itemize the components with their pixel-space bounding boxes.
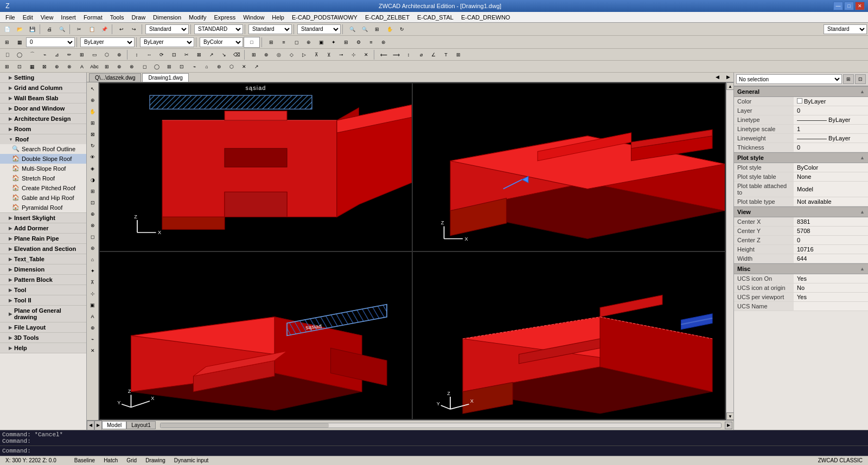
rp-val-plottable[interactable]: None: [794, 172, 868, 182]
tb-arch19[interactable]: ⬡: [226, 61, 238, 72]
tb-modify6[interactable]: ⊠: [193, 49, 205, 60]
tb-modify2[interactable]: ↔: [143, 49, 155, 60]
tb-arch2[interactable]: ⊡: [14, 61, 25, 72]
scroll-up-btn[interactable]: ▲: [726, 82, 733, 90]
rp-section-general-header[interactable]: General ▲: [734, 86, 868, 97]
tb-arch16[interactable]: ⌁: [188, 61, 200, 72]
tb-snap6[interactable]: ⊼: [310, 49, 322, 60]
rp-val-layer[interactable]: 0: [794, 106, 868, 115]
sidebar-group-plane-general-header[interactable]: ▶Plane of General drawing: [0, 306, 86, 322]
li-tool5[interactable]: ⌂: [87, 254, 98, 265]
tb-draw2[interactable]: ◯: [14, 49, 25, 60]
tb-new[interactable]: 📄: [1, 24, 13, 35]
rp-val-plottype[interactable]: Not available: [794, 197, 868, 206]
sidebar-group-text-table-header[interactable]: ▶Text_Table: [0, 254, 86, 264]
li-tool3[interactable]: ◻: [87, 231, 98, 242]
rp-val-ucsperviewport[interactable]: Yes: [794, 293, 868, 302]
tb-style-select-1[interactable]: Standard: [145, 24, 189, 34]
tb-dim1[interactable]: ⟵: [378, 49, 390, 60]
tb-draw1[interactable]: ⎕: [1, 49, 13, 60]
tb-snap4[interactable]: ◇: [285, 49, 297, 60]
tb-3d-orbit[interactable]: ↻: [396, 24, 408, 35]
tb-pan[interactable]: ✋: [384, 24, 395, 35]
tb-snap10[interactable]: ✕: [360, 49, 372, 60]
rp-icon-btn-2[interactable]: ⊡: [855, 74, 866, 84]
tab-scroll-right[interactable]: ▶: [723, 73, 733, 82]
tb-color-select[interactable]: ByColor: [200, 37, 243, 47]
rp-val-width[interactable]: 644: [794, 254, 868, 263]
tb-draw5[interactable]: ⊿: [51, 49, 63, 60]
li-properties[interactable]: ⊡: [87, 197, 98, 208]
rp-val-ucson[interactable]: Yes: [794, 274, 868, 283]
tb-arch8[interactable]: Abc: [88, 61, 100, 72]
sidebar-group-room-header[interactable]: ▶Room: [0, 124, 86, 134]
rp-general-collapse[interactable]: ▲: [860, 89, 865, 94]
scroll-down-btn[interactable]: ▼: [726, 412, 733, 420]
tb-prop8[interactable]: ⚙: [353, 37, 365, 48]
tb-draw6[interactable]: ✏: [63, 49, 75, 60]
rp-val-cx[interactable]: 8381: [794, 217, 868, 227]
sidebar-group-grid-column-header[interactable]: ▶Grid and Column: [0, 83, 86, 93]
tb-linetype-select[interactable]: ByLayer: [80, 37, 135, 47]
rp-val-height[interactable]: 10716: [794, 245, 868, 254]
status-baseline[interactable]: Baseline: [72, 457, 97, 463]
status-drawing[interactable]: Drawing: [143, 457, 168, 463]
tb-modify4[interactable]: ⊡: [168, 49, 180, 60]
status-grid[interactable]: Grid: [124, 457, 139, 463]
tb-arch14[interactable]: ⊞: [163, 61, 175, 72]
li-zoom-all[interactable]: ⊠: [87, 129, 98, 140]
li-tool8[interactable]: ⊹: [87, 288, 98, 299]
li-shade[interactable]: ◑: [87, 175, 98, 185]
tb-arch12[interactable]: ◻: [138, 61, 150, 72]
tb-arch17[interactable]: ⌂: [201, 61, 213, 72]
menu-window[interactable]: Window: [240, 13, 267, 22]
tb-copy[interactable]: 📋: [86, 24, 98, 35]
sidebar-item-multi-slope-roof[interactable]: 🏠 Multi-Slope Roof: [0, 164, 86, 173]
tb-snap3[interactable]: ◎: [273, 49, 285, 60]
tb-arch7[interactable]: A: [76, 61, 88, 72]
menu-insert[interactable]: Insert: [58, 13, 79, 22]
tb-preview[interactable]: 🔍: [56, 24, 68, 35]
sidebar-group-file-layout-header[interactable]: ▶File Layout: [0, 322, 86, 332]
rp-val-linetype[interactable]: ————— ByLayer: [794, 115, 868, 125]
sidebar-item-search-roof-outline[interactable]: 🔍 Search Roof Outline: [0, 144, 86, 154]
rp-misc-collapse[interactable]: ▲: [860, 266, 865, 272]
li-3dorbit[interactable]: ↻: [87, 140, 98, 151]
maximize-button[interactable]: □: [844, 2, 854, 10]
tb-style-select-2[interactable]: STANDARD: [194, 24, 243, 34]
tb-draw10[interactable]: ⊕: [113, 49, 125, 60]
sidebar-item-create-pitched-roof[interactable]: 🏠 Create Pitched Roof: [0, 183, 86, 193]
li-tool7[interactable]: ⊼: [87, 277, 98, 288]
menu-express[interactable]: Express: [210, 13, 239, 22]
tab-scroll-left[interactable]: ◀: [712, 73, 723, 82]
sidebar-group-arch-design-header[interactable]: ▶Architecture Design: [0, 114, 86, 124]
tb-zoom-in[interactable]: 🔍: [346, 24, 358, 35]
li-tool13[interactable]: ✕: [87, 345, 98, 356]
sidebar-item-double-slope-roof[interactable]: 🏠 Double Slope Roof: [0, 154, 86, 164]
tb-arch4[interactable]: ⊠: [39, 61, 50, 72]
tb-dim2[interactable]: ⟶: [390, 49, 402, 60]
li-zoom-win[interactable]: ⊕: [87, 95, 98, 106]
rp-val-cy[interactable]: 5708: [794, 227, 868, 236]
rp-icon-btn-1[interactable]: ⊞: [843, 74, 854, 84]
tb-modify7[interactable]: ↗: [206, 49, 218, 60]
tb-arch1[interactable]: ⊞: [1, 61, 13, 72]
tb-arch18[interactable]: ⊛: [213, 61, 225, 72]
tb-open[interactable]: 📂: [14, 24, 25, 35]
menu-ecad-drewno[interactable]: E-CAD_DREWNO: [458, 13, 513, 22]
rp-section-plotstyle-header[interactable]: Plot style ▲: [734, 152, 868, 163]
rp-view-collapse[interactable]: ▲: [860, 209, 865, 215]
tb-arch15[interactable]: ⊡: [176, 61, 188, 72]
tb-modify1[interactable]: ↕: [131, 49, 143, 60]
close-button[interactable]: ✕: [855, 2, 865, 10]
tb-snap7[interactable]: ⊻: [323, 49, 335, 60]
menu-ecad-podstawowy[interactable]: E-CAD_PODSTAWOWY: [289, 13, 361, 22]
tb-arch20[interactable]: ✕: [238, 61, 250, 72]
tb-snap9[interactable]: ⊹: [348, 49, 360, 60]
rp-val-ucsname[interactable]: [794, 302, 868, 311]
model-tab-model[interactable]: Model: [102, 421, 126, 429]
minimize-button[interactable]: —: [833, 2, 843, 10]
tb-snap2[interactable]: ⊕: [260, 49, 272, 60]
viewport-bottom-left[interactable]: sąsiad Z X: [100, 252, 412, 419]
tab-prev-btn[interactable]: ◀: [87, 421, 94, 430]
